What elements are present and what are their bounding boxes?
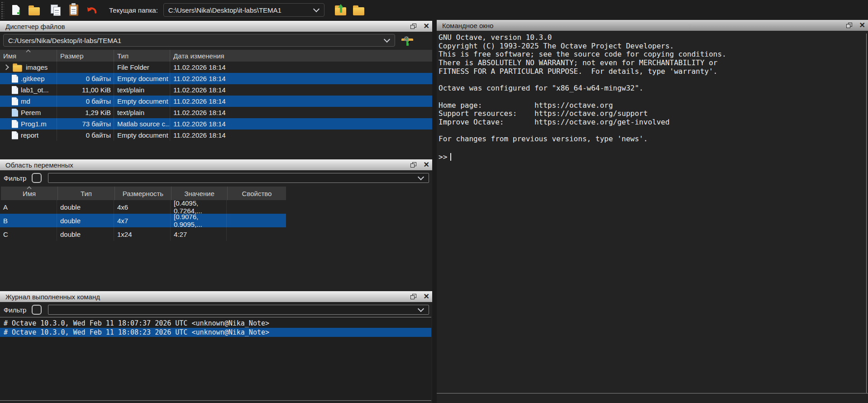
- file-name: report: [21, 131, 38, 139]
- variable-row[interactable]: B double 4x7 [0.9076, 0.9095,...: [0, 214, 286, 227]
- filter-label: Фильтр: [4, 306, 26, 314]
- file-row[interactable]: md 0 байты Empty document 11.02.2026 18:…: [0, 96, 432, 107]
- file-size: 0 байты: [57, 96, 114, 107]
- file-size: 73 байты: [57, 118, 114, 130]
- file-type: Empty document: [117, 75, 168, 82]
- workspace-filter-combobox[interactable]: [48, 173, 429, 183]
- filter-checkbox[interactable]: [32, 173, 42, 183]
- undock-panel-icon[interactable]: [846, 23, 852, 28]
- file-size: 11,00 KiB: [57, 84, 114, 96]
- file-type: text/plain: [117, 86, 144, 94]
- file-row[interactable]: lab1_ot... 11,00 KiB text/plain 11.02.20…: [0, 84, 432, 96]
- undo-button[interactable]: [83, 1, 101, 19]
- new-script-button[interactable]: [7, 1, 25, 19]
- variable-dimension: 1x24: [114, 227, 171, 241]
- prompt: >>: [439, 153, 447, 161]
- folder-up-button[interactable]: [332, 1, 350, 19]
- paste-button[interactable]: [65, 1, 83, 19]
- command-output: GNU Octave, version 10.3.0 Copyright (C)…: [439, 34, 726, 144]
- variable-row[interactable]: C double 1x24 4:27: [0, 227, 286, 241]
- filter-label: Фильтр: [4, 174, 26, 182]
- undock-panel-icon[interactable]: [410, 294, 416, 299]
- scrollbar-track[interactable]: [866, 34, 867, 393]
- history-titlebar[interactable]: Журнал выполненных команд ✕: [0, 291, 432, 302]
- history-filter-combobox[interactable]: [48, 305, 429, 315]
- variable-name: B: [0, 214, 57, 227]
- workspace-panel: Область переменных ✕ Фильтр Имя Тип Разм…: [0, 159, 432, 291]
- undock-panel-icon[interactable]: [410, 162, 416, 168]
- file-date: 11.02.2026 18:14: [170, 84, 432, 96]
- prompt-line[interactable]: >>: [439, 153, 451, 161]
- variable-attribute: [227, 227, 285, 241]
- file-size: 0 байты: [57, 130, 114, 141]
- file-type: Empty document: [117, 97, 168, 105]
- column-header-type[interactable]: Тип: [58, 187, 115, 200]
- file-type: Empty document: [117, 131, 168, 139]
- column-header-dims[interactable]: Размерность: [115, 187, 172, 200]
- sort-ascending-icon: [26, 49, 30, 54]
- document-icon: [12, 75, 18, 83]
- variable-dimension: 4x7: [114, 214, 171, 227]
- variable-row[interactable]: A double 4x6 [0.4095, 0.7264,...: [0, 200, 286, 214]
- column-header-value[interactable]: Значение: [172, 187, 228, 200]
- workspace-title: Область переменных: [5, 161, 73, 169]
- close-panel-icon[interactable]: ✕: [424, 161, 429, 168]
- file-row[interactable]: .gitkeep 0 байты Empty document 11.02.20…: [0, 73, 432, 84]
- workspace-titlebar[interactable]: Область переменных ✕: [0, 159, 432, 170]
- folder-icon: [353, 7, 364, 15]
- file-row[interactable]: Perem 1,29 KiB text/plain 11.02.2026 18:…: [0, 107, 432, 118]
- column-header-size[interactable]: Размер: [57, 50, 114, 62]
- new-document-icon: [12, 5, 20, 15]
- file-size: [57, 62, 114, 73]
- variable-value: 4:27: [171, 227, 227, 241]
- file-path-value: C:/Users/Nika/Desktop/it-labs/TEMA1: [8, 37, 121, 44]
- octave-ide-window: Текущая папка: C:\Users\Nika\Desktop\it-…: [0, 0, 868, 403]
- file-type: File Folder: [117, 63, 149, 71]
- column-header-date[interactable]: Дата изменения: [170, 50, 432, 62]
- chevron-down-icon: [418, 174, 424, 180]
- command-window-panel: Командное окно ✕ GNU Octave, version 10.…: [437, 20, 868, 403]
- file-browser-titlebar[interactable]: Диспетчер файлов ✕: [0, 21, 432, 32]
- column-header-type[interactable]: Тип: [114, 50, 170, 62]
- browse-folder-button[interactable]: [350, 1, 368, 19]
- document-icon: [12, 120, 18, 128]
- variable-name: A: [0, 200, 57, 214]
- file-type: text/plain: [117, 109, 144, 116]
- expand-chevron-icon[interactable]: [3, 64, 9, 70]
- close-panel-icon[interactable]: ✕: [424, 23, 429, 30]
- variable-value: [0.9076, 0.9095,...: [171, 214, 227, 227]
- toolbar-drag-handle[interactable]: [1, 1, 4, 19]
- horizontal-divider: [437, 393, 868, 393]
- file-path-combobox[interactable]: C:/Users/Nika/Desktop/it-labs/TEMA1: [3, 34, 395, 47]
- column-header-attribute[interactable]: Свойство: [228, 187, 286, 200]
- current-folder-combobox[interactable]: C:\Users\Nika\Desktop\it-labs\TEMA1: [163, 3, 324, 17]
- file-table-header: Имя Размер Тип Дата изменения: [0, 50, 432, 62]
- history-list: # Octave 10.3.0, Wed Feb 11 18:07:37 202…: [0, 317, 431, 401]
- document-icon: [12, 97, 18, 106]
- filter-checkbox[interactable]: [32, 305, 42, 315]
- close-panel-icon[interactable]: ✕: [859, 22, 865, 29]
- chevron-down-icon: [313, 6, 320, 12]
- file-name: Perem: [21, 109, 41, 116]
- file-date: 11.02.2026 18:14: [170, 96, 432, 107]
- undock-panel-icon[interactable]: [410, 24, 416, 29]
- chevron-down-icon: [384, 36, 390, 43]
- command-window-title: Командное окно: [442, 22, 493, 29]
- history-entry[interactable]: # Octave 10.3.0, Wed Feb 11 18:08:23 202…: [0, 328, 431, 337]
- paste-icon: [69, 5, 78, 16]
- open-file-button[interactable]: [25, 1, 43, 19]
- variable-dimension: 4x6: [114, 200, 171, 214]
- current-folder-value: C:\Users\Nika\Desktop\it-labs\TEMA1: [168, 6, 281, 14]
- column-header-name[interactable]: Имя: [0, 50, 57, 62]
- workspace-table-header: Имя Тип Размерность Значение Свойство: [1, 187, 286, 200]
- close-panel-icon[interactable]: ✕: [424, 293, 429, 300]
- file-row[interactable]: images File Folder 11.02.2026 18:14: [0, 62, 432, 73]
- file-row[interactable]: report 0 байты Empty document 11.02.2026…: [0, 130, 432, 141]
- file-row[interactable]: Prog1.m 73 байты Matlab source c... 11.0…: [0, 118, 432, 130]
- command-window-titlebar[interactable]: Командное окно ✕: [437, 20, 868, 31]
- history-entry[interactable]: # Octave 10.3.0, Wed Feb 11 18:07:37 202…: [0, 319, 431, 328]
- folder-up-icon: [335, 7, 346, 15]
- copy-button[interactable]: [47, 1, 65, 19]
- column-header-name[interactable]: Имя: [1, 187, 58, 200]
- file-date: 11.02.2026 18:14: [170, 118, 432, 130]
